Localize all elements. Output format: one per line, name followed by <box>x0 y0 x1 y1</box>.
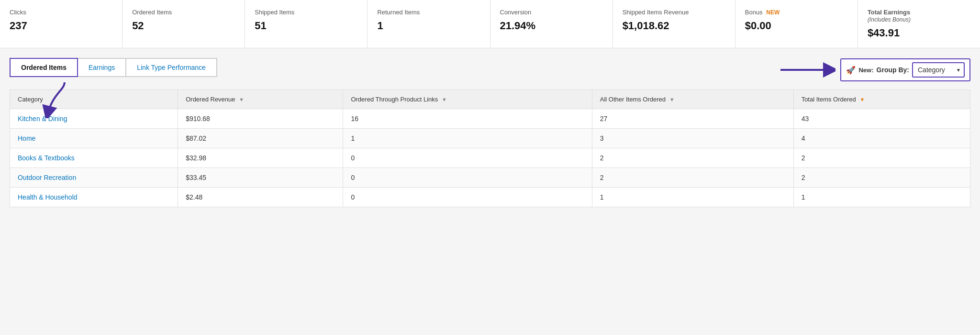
stats-bar: Clicks 237 Ordered Items 52 Shipped Item… <box>0 0 980 48</box>
category-link[interactable]: Outdoor Recreation <box>18 174 76 181</box>
stat-total-earnings: Total Earnings (Includes Bonus) $43.91 <box>858 0 980 48</box>
cell-other-items: 3 <box>592 129 793 148</box>
stat-clicks-value: 237 <box>10 20 112 32</box>
stat-conversion-label: Conversion <box>500 9 603 16</box>
data-table: Category Ordered Revenue ▼ Ordered Throu… <box>10 89 970 207</box>
stat-returned-items: Returned Items 1 <box>368 0 490 48</box>
cell-product-links: 0 <box>343 168 592 188</box>
tab-earnings[interactable]: Earnings <box>78 58 126 77</box>
stat-clicks: Clicks 237 <box>0 0 122 48</box>
main-content: Ordered Items Earnings Link Type Perform… <box>0 48 980 217</box>
cell-product-links: 0 <box>343 188 592 207</box>
cell-total-items: 1 <box>793 188 970 207</box>
col-header-ordered-revenue[interactable]: Ordered Revenue ▼ <box>178 90 343 109</box>
table-row: Home$87.02134 <box>10 129 970 148</box>
category-link[interactable]: Books & Textbooks <box>18 154 75 162</box>
group-by-label: Group By: <box>877 66 909 74</box>
cell-category: Health & Household <box>10 188 178 207</box>
table-row: Outdoor Recreation$33.45022 <box>10 168 970 188</box>
table-row: Kitchen & Dining$910.68162743 <box>10 109 970 129</box>
cell-ordered-revenue: $910.68 <box>178 109 343 129</box>
cell-category: Outdoor Recreation <box>10 168 178 188</box>
col-header-other-items[interactable]: All Other Items Ordered ▼ <box>592 90 793 109</box>
stat-returned-items-label: Returned Items <box>377 9 480 16</box>
bonus-new-badge: NEW <box>766 9 780 16</box>
col-header-total-items[interactable]: Total Items Ordered ▼ <box>793 90 970 109</box>
cell-ordered-revenue: $33.45 <box>178 168 343 188</box>
stat-bonus: Bonus NEW $0.00 <box>735 0 858 48</box>
stat-clicks-label: Clicks <box>10 9 112 16</box>
sort-icon-total-items: ▼ <box>859 97 865 102</box>
cell-total-items: 43 <box>793 109 970 129</box>
cell-total-items: 2 <box>793 148 970 168</box>
table-row: Health & Household$2.48011 <box>10 188 970 207</box>
group-by-select[interactable]: Category Product Tag Date <box>912 62 965 78</box>
cell-other-items: 1 <box>592 188 793 207</box>
sort-icon-revenue: ▼ <box>239 97 244 102</box>
stat-bonus-value: $0.00 <box>745 20 848 32</box>
sort-icon-other-items: ▼ <box>669 97 675 102</box>
cell-total-items: 4 <box>793 129 970 148</box>
cell-ordered-revenue: $32.98 <box>178 148 343 168</box>
col-header-category: Category <box>10 90 178 109</box>
group-by-select-wrapper: Category Product Tag Date <box>912 62 965 78</box>
rocket-icon: 🚀 <box>846 66 856 75</box>
cell-category: Books & Textbooks <box>10 148 178 168</box>
stat-shipped-items-label: Shipped Items <box>255 9 357 16</box>
cell-product-links: 0 <box>343 148 592 168</box>
stat-returned-items-value: 1 <box>377 20 480 32</box>
cell-category: Home <box>10 129 178 148</box>
stat-shipped-items: Shipped Items 51 <box>245 0 368 48</box>
cell-other-items: 27 <box>592 109 793 129</box>
stat-ordered-items: Ordered Items 52 <box>122 0 245 48</box>
stat-conversion-value: 21.94% <box>500 20 603 32</box>
stat-bonus-label: Bonus NEW <box>745 9 848 16</box>
cell-product-links: 16 <box>343 109 592 129</box>
category-link[interactable]: Health & Household <box>18 193 78 201</box>
stat-shipped-revenue-value: $1,018.62 <box>623 20 725 32</box>
tabs-group-row: Ordered Items Earnings Link Type Perform… <box>10 58 970 82</box>
cell-ordered-revenue: $87.02 <box>178 129 343 148</box>
annotation-arrow-right <box>778 58 835 82</box>
group-by-container: 🚀 New: Group By: Category Product Tag Da… <box>778 58 970 82</box>
cell-other-items: 2 <box>592 148 793 168</box>
stat-total-earnings-value: $43.91 <box>868 27 970 39</box>
table-body: Kitchen & Dining$910.68162743Home$87.021… <box>10 109 970 207</box>
group-by-widget: 🚀 New: Group By: Category Product Tag Da… <box>840 58 970 81</box>
stat-shipped-revenue-label: Shipped Items Revenue <box>623 9 725 16</box>
cell-category: Kitchen & Dining <box>10 109 178 129</box>
stat-shipped-items-value: 51 <box>255 20 357 32</box>
cell-other-items: 2 <box>592 168 793 188</box>
stat-conversion: Conversion 21.94% <box>490 0 613 48</box>
cell-ordered-revenue: $2.48 <box>178 188 343 207</box>
category-link[interactable]: Kitchen & Dining <box>18 115 67 123</box>
sort-icon-product-links: ▼ <box>442 97 447 102</box>
col-header-product-links[interactable]: Ordered Through Product Links ▼ <box>343 90 592 109</box>
table-row: Books & Textbooks$32.98022 <box>10 148 970 168</box>
tabs-container: Ordered Items Earnings Link Type Perform… <box>10 58 217 77</box>
new-label: New: <box>858 67 873 74</box>
category-link[interactable]: Home <box>18 134 35 142</box>
stat-shipped-revenue: Shipped Items Revenue $1,018.62 <box>613 0 735 48</box>
cell-total-items: 2 <box>793 168 970 188</box>
stat-ordered-items-value: 52 <box>132 20 235 32</box>
stat-ordered-items-label: Ordered Items <box>132 9 235 16</box>
tab-link-type[interactable]: Link Type Performance <box>126 58 217 77</box>
table-header-row: Category Ordered Revenue ▼ Ordered Throu… <box>10 90 970 109</box>
stat-total-earnings-label: Total Earnings (Includes Bonus) <box>868 9 970 23</box>
cell-product-links: 1 <box>343 129 592 148</box>
tab-ordered-items[interactable]: Ordered Items <box>10 58 78 77</box>
